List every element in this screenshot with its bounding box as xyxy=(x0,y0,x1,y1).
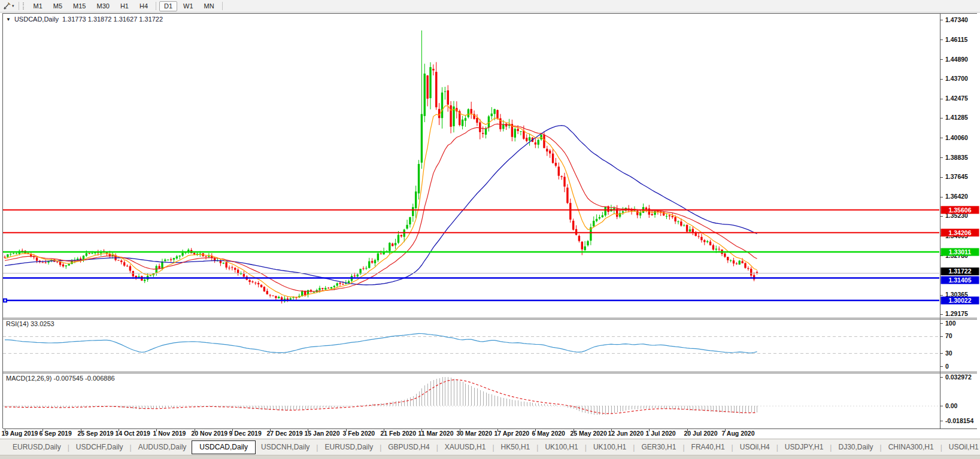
time-axis: 19 Aug 20196 Sep 201925 Sep 201914 Oct 2… xyxy=(2,429,755,437)
price-axis-label: 1.41285 xyxy=(945,114,968,121)
tab-usoil-h4[interactable]: USOil,H4 xyxy=(735,441,775,454)
chart-canvas[interactable]: 1.473401.461151.448901.437001.424751.412… xyxy=(0,0,980,439)
price-axis-label: 1.40060 xyxy=(945,134,968,141)
window-bottom-edge xyxy=(0,455,980,459)
chart-symbol-period: USDCAD,Daily xyxy=(14,16,59,23)
price-badge-label: 1.33011 xyxy=(949,248,972,256)
tab-usdjpy-h1[interactable]: USDJPY,H1 xyxy=(779,441,829,454)
tab-separator: | xyxy=(585,443,587,452)
macd-axis-label: -0.018154 xyxy=(945,417,973,424)
tab-separator: | xyxy=(316,443,318,452)
price-badge-label: 1.30022 xyxy=(949,297,972,304)
date-axis-label: 27 Dec 2019 xyxy=(267,430,303,437)
date-axis-label: 7 Aug 2020 xyxy=(722,430,755,437)
date-axis-label: 9 Dec 2019 xyxy=(229,430,262,437)
tab-separator: | xyxy=(880,443,882,452)
chart-ohlc-values: 1.31773 1.31872 1.31627 1.31722 xyxy=(62,16,163,23)
rsi-axis-label: 100 xyxy=(945,320,956,327)
tab-uk100-h1[interactable]: UK100,H1 xyxy=(588,441,632,454)
date-axis-label: 6 May 2020 xyxy=(532,430,566,437)
date-axis-label: 17 Apr 2020 xyxy=(494,430,530,437)
price-axis: 1.473401.461151.448901.437001.424751.412… xyxy=(940,16,973,424)
date-axis-label: 20 Jul 2020 xyxy=(684,430,718,437)
tab-eurusd-daily[interactable]: EURUSD,Daily xyxy=(319,441,378,454)
date-axis-label: 6 Sep 2019 xyxy=(40,430,72,437)
ma-slow-line xyxy=(5,126,757,285)
macd-label: MACD(12,26,9) -0.007545 -0.006886 xyxy=(6,375,115,382)
tab-separator: | xyxy=(380,443,381,452)
ma-fast-line xyxy=(5,106,757,297)
tab-gbpusd-h4[interactable]: GBPUSD,H4 xyxy=(383,441,435,454)
tab-separator: | xyxy=(633,443,635,452)
tab-china300-h1[interactable]: CHINA300,H1 xyxy=(883,441,939,454)
date-axis-label: 3 Feb 2020 xyxy=(343,430,375,437)
tab-hk50-h1[interactable]: HK50,H1 xyxy=(496,441,536,454)
tab-usdchf-daily[interactable]: USDCHF,Daily xyxy=(71,441,129,454)
tab-separator: | xyxy=(776,443,778,452)
symbol-dropdown-caret-icon[interactable]: ▼ xyxy=(6,17,11,22)
rsi-axis-label: 30 xyxy=(945,349,952,357)
price-axis-label: 1.36420 xyxy=(945,193,968,200)
panel-frame xyxy=(3,13,978,429)
date-axis-label: 25 Sep 2019 xyxy=(78,430,114,437)
candles-layer xyxy=(4,31,758,303)
price-axis-label: 1.38835 xyxy=(945,154,968,161)
tab-separator: | xyxy=(830,443,832,452)
date-axis-label: 25 May 2020 xyxy=(571,430,607,437)
tab-separator: | xyxy=(130,443,132,452)
tab-separator: | xyxy=(732,443,733,452)
tab-separator: | xyxy=(492,443,494,452)
macd-axis-label: 0.00 xyxy=(945,402,958,409)
macd-panel xyxy=(3,377,939,415)
tab-eurusd-daily[interactable]: EURUSD,Daily xyxy=(7,441,66,454)
date-axis-label: 21 Feb 2020 xyxy=(381,430,417,437)
price-axis-label: 1.43700 xyxy=(945,75,968,82)
price-axis-label: 1.29175 xyxy=(945,310,968,317)
tab-dj30-daily[interactable]: DJ30,Daily xyxy=(833,441,878,454)
tab-ger30-h1[interactable]: GER30,H1 xyxy=(636,441,681,454)
date-axis-label: 14 Oct 2019 xyxy=(116,430,151,437)
rsi-panel xyxy=(3,336,939,354)
rsi-axis-label: 70 xyxy=(945,332,952,339)
price-badge-label: 1.35606 xyxy=(949,206,972,214)
date-axis-label: 11 Mar 2020 xyxy=(418,430,454,437)
tab-separator: | xyxy=(682,443,684,452)
price-axis-label: 1.46115 xyxy=(945,36,968,43)
price-axis-label: 1.37645 xyxy=(945,173,968,180)
price-axis-label: 1.47340 xyxy=(945,16,968,23)
price-badge-label: 1.34206 xyxy=(949,229,972,236)
price-axis-label: 1.44890 xyxy=(945,56,968,63)
hline-1.30022[interactable] xyxy=(3,299,939,303)
symbol-tabs: EURUSD,Daily|USDCHF,Daily|AUDUSD,DailyUS… xyxy=(0,440,980,454)
rsi-axis-label: 0 xyxy=(945,363,949,370)
price-axis-label: 1.42475 xyxy=(945,95,968,102)
date-axis-label: 1 Nov 2019 xyxy=(153,430,186,437)
tab-uk100-h1[interactable]: UK100,H1 xyxy=(539,441,583,454)
tab-separator: | xyxy=(436,443,438,452)
tab-usdcad-daily[interactable]: USDCAD,Daily xyxy=(192,440,256,454)
symbol-tab-bar: EURUSD,Daily|USDCHF,Daily|AUDUSD,DailyUS… xyxy=(0,439,980,455)
tab-separator: | xyxy=(536,443,538,452)
date-axis-label: 1 Jul 2020 xyxy=(646,430,676,437)
macd-signal-line xyxy=(5,380,757,414)
tab-separator: | xyxy=(940,443,942,452)
price-badge-label: 1.31405 xyxy=(949,276,972,284)
chart-title: ▼ USDCAD,Daily 1.31773 1.31872 1.31627 1… xyxy=(6,16,163,23)
date-axis-label: 12 Jun 2020 xyxy=(608,430,644,437)
date-axis-label: 30 Mar 2020 xyxy=(457,430,493,437)
tab-fra40-h1[interactable]: FRA40,H1 xyxy=(686,441,730,454)
tab-usdcnh-daily[interactable]: USDCNH,Daily xyxy=(256,441,315,454)
tab-xauusd-h1[interactable]: XAUUSD,H1 xyxy=(439,441,491,454)
date-axis-label: 15 Jan 2020 xyxy=(305,430,340,437)
tab-usoil-h1[interactable]: USOil,H1 xyxy=(943,441,980,454)
tab-audusd-daily[interactable]: AUDUSD,Daily xyxy=(133,441,192,454)
tab-separator: | xyxy=(68,443,69,452)
date-axis-label: 20 Nov 2019 xyxy=(192,430,228,437)
price-badge-label: 1.31722 xyxy=(949,268,972,275)
date-axis-label: 19 Aug 2019 xyxy=(2,430,38,437)
macd-axis-label: 0.032972 xyxy=(945,373,972,381)
price-badges: 1.356061.342061.330111.317221.314051.300… xyxy=(941,206,979,304)
rsi-label: RSI(14) 33.0253 xyxy=(6,320,54,327)
